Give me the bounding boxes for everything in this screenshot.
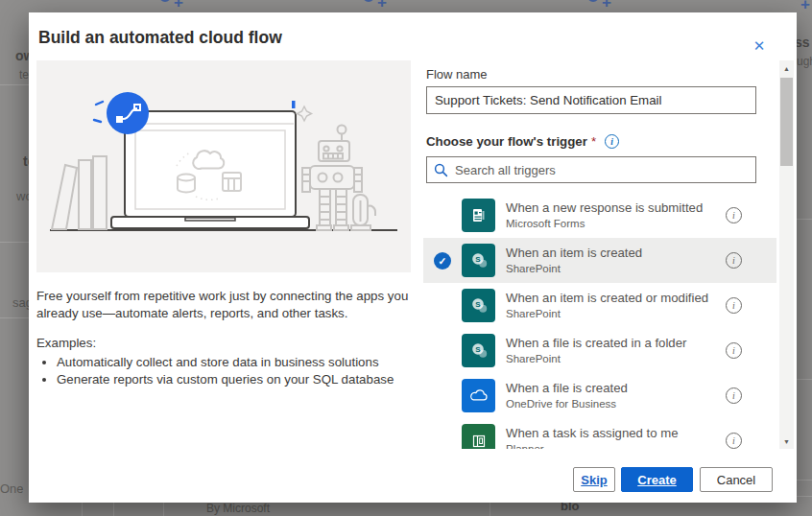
plus-icon: + — [174, 0, 183, 12]
svg-text:S: S — [475, 344, 481, 353]
trigger-text: When a task is assigned to me Planner — [506, 426, 726, 449]
trigger-row-sharepoint-file-folder[interactable]: S When a file is created in a folder Sha… — [423, 328, 776, 373]
trigger-name: When a file is created in a folder — [506, 336, 726, 351]
close-icon[interactable]: ✕ — [749, 35, 770, 57]
info-icon[interactable]: i — [726, 252, 742, 269]
trigger-name: When a new response is submitted — [506, 200, 726, 216]
backdrop-card-edge — [797, 219, 812, 220]
required-marker: * — [591, 134, 596, 149]
info-icon[interactable]: i — [726, 342, 742, 359]
scroll-down-icon[interactable]: ▼ — [779, 434, 794, 448]
sharepoint-icon: S — [462, 244, 495, 277]
laptop-robot-illustration — [36, 60, 411, 272]
selected-check-icon: ✓ — [434, 252, 451, 270]
trigger-service: SharePoint — [506, 262, 726, 275]
info-icon[interactable]: i — [726, 433, 742, 449]
trigger-name: When a task is assigned to me — [506, 426, 726, 441]
trigger-service: OneDrive for Business — [506, 397, 726, 410]
backdrop-text-fragment: One — [0, 481, 24, 496]
build-automated-flow-dialog: Build an automated cloud flow ✕ — [29, 12, 797, 503]
microsoft-forms-icon — [462, 199, 495, 232]
backdrop-text-fragment: ss fl — [795, 35, 812, 50]
backdrop-card-edge — [0, 84, 29, 85]
example-item: Generate reports via custom queries on y… — [57, 371, 417, 388]
plus-icon: + — [800, 0, 810, 12]
info-icon[interactable]: i — [726, 207, 742, 223]
example-item: Automatically collect and store data in … — [57, 354, 417, 371]
trigger-row-planner-task-assigned[interactable]: When a task is assigned to me Planner i — [423, 418, 776, 449]
backdrop-card-edge — [797, 379, 812, 380]
trigger-name: When a file is created — [506, 381, 726, 396]
trigger-label: Choose your flow's trigger — [426, 134, 587, 149]
flow-name-input[interactable] — [426, 86, 756, 114]
backdrop-card-edge — [797, 480, 812, 481]
onedrive-icon — [462, 379, 495, 412]
backdrop-top-strip: + + + + — [0, 0, 812, 12]
dialog-description: Free yourself from repetitive work just … — [36, 288, 417, 322]
examples-block: Examples: Automatically collect and stor… — [36, 335, 417, 388]
trigger-name: When an item is created — [506, 246, 726, 261]
trigger-row-sharepoint-item-created[interactable]: ✓ S When an item is created SharePoint i — [423, 238, 776, 283]
backdrop-card-edge — [0, 317, 29, 318]
sharepoint-icon: S — [462, 334, 495, 367]
sharepoint-icon: S — [462, 289, 495, 322]
template-create-icon — [159, 0, 171, 2]
trigger-list: When a new response is submitted Microso… — [423, 193, 776, 449]
search-icon — [434, 163, 448, 177]
examples-heading: Examples: — [36, 335, 417, 352]
trigger-text: When a file is created in a folder Share… — [506, 336, 726, 365]
trigger-search-box[interactable] — [426, 156, 756, 183]
trigger-service: SharePoint — [506, 307, 726, 320]
template-create-icon — [587, 0, 599, 2]
trigger-row-onedrive-file-created[interactable]: When a file is created OneDrive for Busi… — [423, 373, 776, 418]
search-input[interactable] — [455, 163, 749, 177]
trigger-row-forms-response[interactable]: When a new response is submitted Microso… — [423, 193, 776, 238]
flow-illustration — [36, 60, 411, 272]
trigger-text: When an item is created or modified Shar… — [506, 291, 726, 320]
trigger-service: Microsoft Forms — [506, 217, 726, 230]
backdrop-text-fragment: By Microsoft — [206, 502, 270, 515]
template-create-icon — [363, 0, 374, 2]
backdrop-text-fragment: ugh — [797, 55, 812, 68]
backdrop-card-edge — [0, 242, 29, 243]
check-slot: ✓ — [434, 252, 462, 270]
info-icon[interactable]: i — [726, 387, 742, 404]
trigger-list-scrollbar[interactable]: ▲ ▼ — [779, 60, 794, 449]
svg-text:S: S — [475, 254, 481, 263]
trigger-label-row: Choose your flow's trigger * i — [426, 134, 619, 149]
info-icon[interactable]: i — [605, 134, 619, 149]
svg-text:S: S — [475, 299, 481, 308]
trigger-text: When an item is created SharePoint — [506, 246, 726, 275]
trigger-text: When a new response is submitted Microso… — [506, 200, 726, 230]
cancel-button[interactable]: Cancel — [700, 467, 773, 492]
skip-button[interactable]: Skip — [573, 467, 615, 492]
planner-icon — [462, 424, 495, 449]
trigger-service: SharePoint — [506, 352, 726, 365]
trigger-text: When a file is created OneDrive for Busi… — [506, 381, 726, 410]
flow-name-label: Flow name — [426, 67, 488, 82]
plus-icon: + — [602, 0, 611, 12]
trigger-name: When an item is created or modified — [506, 291, 726, 306]
info-icon[interactable]: i — [726, 297, 742, 314]
dialog-title: Build an automated cloud flow — [38, 28, 282, 48]
plus-icon: + — [377, 0, 387, 12]
create-button[interactable]: Create — [621, 467, 693, 492]
scrollbar-thumb[interactable] — [780, 78, 793, 166]
scroll-up-icon[interactable]: ▲ — [779, 61, 794, 75]
trigger-service: Planner — [506, 442, 726, 449]
trigger-row-sharepoint-item-modified[interactable]: S When an item is created or modified Sh… — [423, 283, 776, 328]
